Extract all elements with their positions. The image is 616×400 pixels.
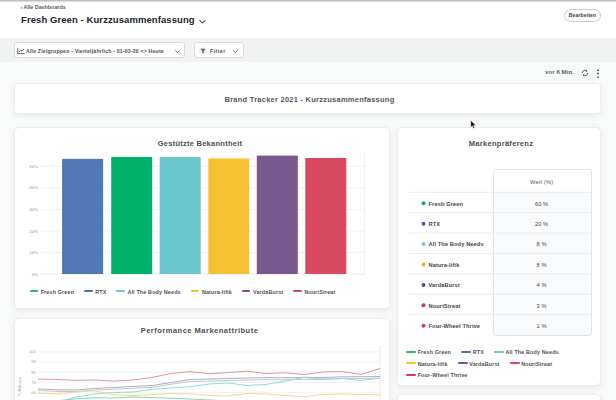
svg-text:Wert (%): Wert (%): [530, 179, 553, 185]
svg-text:40%: 40%: [29, 185, 38, 190]
svg-text:90: 90: [31, 359, 36, 364]
svg-text:50%: 50%: [29, 164, 38, 169]
svg-text:30%: 30%: [29, 207, 38, 212]
svg-text:NouriStreat: NouriStreat: [429, 303, 461, 309]
svg-text:RTX: RTX: [429, 221, 441, 227]
svg-text:8 %: 8 %: [537, 262, 547, 268]
svg-text:Natura-lifik: Natura-lifik: [429, 262, 461, 268]
svg-text:20 %: 20 %: [535, 221, 548, 227]
svg-text:3 %: 3 %: [537, 303, 547, 309]
svg-text:70: 70: [31, 380, 36, 385]
svg-text:% Befragte: % Befragte: [18, 377, 22, 396]
svg-text:20%: 20%: [29, 229, 38, 234]
svg-text:VardaBurst: VardaBurst: [429, 282, 460, 288]
svg-text:All The Body Needs: All The Body Needs: [429, 241, 484, 247]
svg-text:Four-Wheel Thrive: Four-Wheel Thrive: [429, 323, 481, 329]
svg-text:10%: 10%: [29, 250, 38, 255]
svg-text:Fresh Green: Fresh Green: [429, 201, 464, 207]
svg-text:100: 100: [29, 349, 37, 354]
svg-text:4 %: 4 %: [537, 282, 547, 288]
svg-text:80: 80: [31, 370, 36, 375]
svg-text:60 %: 60 %: [535, 201, 548, 207]
svg-text:1 %: 1 %: [537, 323, 547, 329]
svg-text:0%: 0%: [32, 272, 38, 277]
svg-text:8 %: 8 %: [537, 241, 547, 247]
svg-text:60: 60: [31, 390, 36, 395]
